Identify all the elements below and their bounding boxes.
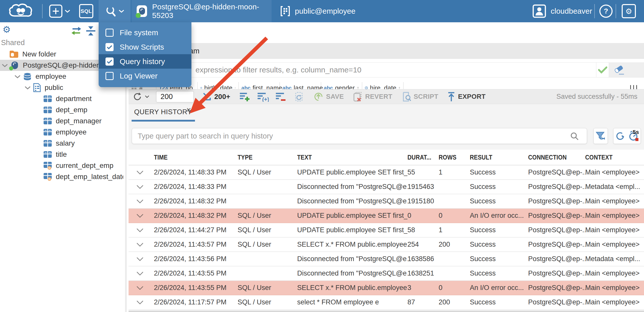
expand-chevron-icon[interactable] [136,286,154,290]
col-type[interactable]: TYPE [238,153,297,161]
checkbox-unchecked-icon[interactable] [105,72,114,80]
navigator-settings-icon[interactable]: ⚙ [3,24,11,35]
script-button[interactable]: SCRIPT [401,91,438,102]
grid-column-birth-date[interactable]: birth_date [198,82,239,89]
refresh-icon[interactable] [615,131,625,141]
auto-refresh-button[interactable] [294,91,304,102]
query-history-row[interactable]: 2/26/2024, 11:17:57 PM SQL / User select… [129,295,644,310]
grid-column-hire-date[interactable]: hire_date [362,82,404,89]
new-connection-button[interactable] [49,0,70,22]
expand-chevron-icon[interactable] [136,170,154,175]
col-context[interactable]: CONTEXT [585,153,644,161]
sort-icon[interactable] [357,85,359,89]
schema-tab[interactable]: public@employee [276,0,360,22]
col-time[interactable]: TIME [154,153,238,161]
delete-row-button[interactable] [275,92,287,102]
query-history-row[interactable]: 2/26/2024, 11:43:56 PM Disconnected from… [129,252,644,266]
checkbox-unchecked-icon[interactable] [105,29,114,37]
schema-icon [33,83,41,92]
expand-chevron-icon[interactable] [136,257,154,261]
apply-filter-button[interactable] [596,62,609,77]
expand-chevron-icon[interactable] [136,242,154,247]
tree-item-table[interactable]: salary [0,138,123,149]
expand-chevron-icon[interactable] [136,228,154,232]
filter-expression-input[interactable]: expression to filter results, e.g. colum… [132,62,596,77]
tree-item-view[interactable]: current_dept_emp [0,160,123,171]
query-history-search-input[interactable] [132,128,587,144]
add-row-button[interactable] [239,92,251,102]
query-history-row-error[interactable]: 2/26/2024, 11:43:55 PM SQL / User SELECT… [129,281,644,295]
cell-connection: PostgreSQL@ep-... [528,298,585,306]
checkbox-checked-icon[interactable] [105,43,114,51]
menu-item-query-history[interactable]: Query history [99,54,191,69]
menu-item-file-system[interactable]: File system [99,25,191,40]
sql-editor-button[interactable]: SQL [79,0,93,22]
cloud-beaver-icon [7,3,33,19]
col-rows[interactable]: ROWS [439,153,470,161]
filter-button[interactable] [594,128,608,144]
export-label: EXPORT [458,93,486,101]
clear-filter-button[interactable] [613,64,625,76]
fetch-more-button[interactable]: 200+ [202,92,230,102]
sort-icon[interactable] [235,85,236,89]
expand-chevron-icon[interactable] [136,185,154,189]
tree-item-table[interactable]: dept_emp [0,104,123,115]
tools-menu-button[interactable] [99,0,131,22]
grid-column-first-name[interactable]: abc first_name [239,82,280,89]
query-history-row-error[interactable]: 2/26/2024, 11:48:32 PM SQL / User UPDATE… [129,209,644,223]
col-connection[interactable]: CONNECTION [528,153,585,161]
cell-text: UPDATE public.employee SET first_... [297,168,407,176]
checkbox-checked-icon[interactable] [105,57,114,66]
cell-result: Success [470,197,528,205]
horizontal-scrollbar[interactable] [129,310,644,312]
grid-column-gender[interactable]: abc gender [321,82,362,89]
refresh-button[interactable] [133,92,149,102]
close-icon[interactable]: × [186,106,191,114]
tree-item-table[interactable]: department [0,93,123,104]
query-history-row[interactable]: 2/26/2024, 11:48:32 PM Disconnected from… [129,194,644,209]
grid-panel-toggle[interactable] [627,82,644,89]
collapse-all-icon[interactable] [85,25,96,36]
expand-chevron-icon[interactable] [136,271,154,276]
expand-chevron-icon[interactable] [136,199,154,204]
expand-chevron-icon[interactable] [136,213,154,218]
tree-item-view[interactable]: dept_emp_latest_date [0,171,123,182]
user-menu[interactable]: cloudbeaver [532,0,592,22]
grid-column-last-name[interactable]: abc last_name [280,82,321,89]
expand-chevron-icon[interactable] [136,300,154,305]
settings-button[interactable]: ⚙ [622,0,636,22]
chevron-down-icon[interactable] [24,86,31,90]
menu-item-show-scripts[interactable]: Show Scripts [99,40,191,54]
topbar-separator [616,4,616,18]
chevron-down-icon[interactable] [14,75,21,79]
tree-item-label: public [45,84,63,92]
query-history-row[interactable]: 2/26/2024, 11:48:33 PM Disconnected from… [129,180,644,194]
col-text[interactable]: TEXT [297,153,407,161]
col-result[interactable]: RESULT [470,153,528,161]
revert-button[interactable]: REVERT [352,91,392,102]
sync-connection-icon[interactable] [70,26,82,36]
query-history-row[interactable]: 2/26/2024, 11:43:55 PM Disconnected from… [129,266,644,281]
save-button[interactable]: SAVE [313,92,344,102]
export-button[interactable]: EXPORT [447,92,486,102]
connection-tab[interactable]: PostgreSQL@ep-hidden-moon-55203 [132,0,272,22]
cell-duration: 0 [407,212,439,220]
query-history-tab[interactable]: QUERY HISTORY [134,108,192,116]
tree-item-table[interactable]: employee [0,127,123,138]
cell-rows: 1 [439,226,470,234]
menu-item-log-viewer[interactable]: Log Viewer [99,69,191,83]
cloudbeaver-logo[interactable] [7,0,33,22]
query-history-row[interactable]: 2/26/2024, 11:44:27 PM SQL / User UPDATE… [129,223,644,238]
query-history-row[interactable]: 2/26/2024, 11:48:33 PM SQL / User UPDATE… [129,165,644,180]
fetch-size-input[interactable] [156,91,194,103]
tree-item-table[interactable]: dept_manager [0,115,123,127]
help-button[interactable]: ? [599,0,613,22]
sort-icon[interactable] [398,85,401,89]
cell-type: SQL / User [238,284,297,292]
col-duration[interactable]: DURAT... [407,153,439,161]
chevron-down-icon[interactable] [2,64,8,67]
refresh-controls[interactable]: 5s [613,128,641,144]
tree-item-table[interactable]: title [0,149,123,160]
duplicate-row-button[interactable]: (+) [257,92,269,102]
query-history-row[interactable]: 2/26/2024, 11:43:57 PM SQL / User SELECT… [129,238,644,252]
